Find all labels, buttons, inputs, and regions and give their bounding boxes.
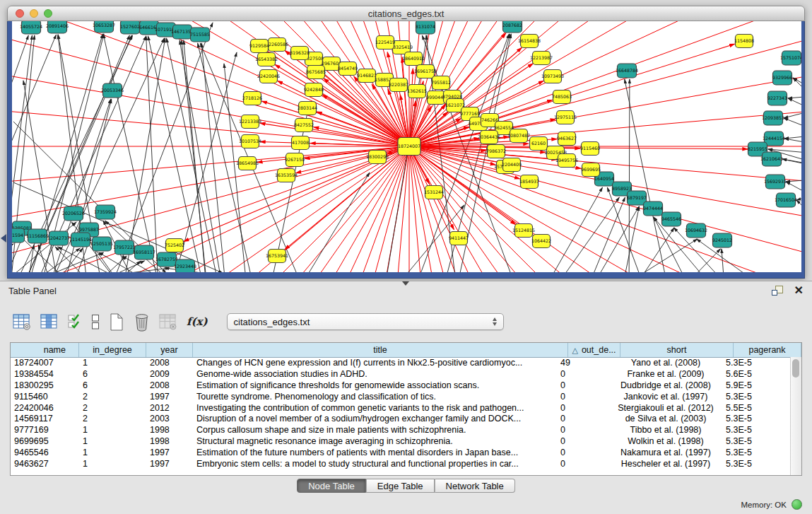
table-cell[interactable]: 6: [79, 369, 146, 379]
table-row[interactable]: 977716911998Corpus callosum shape and si…: [11, 424, 790, 436]
table-cell[interactable]: 5.3E-5: [722, 414, 790, 424]
table-cell[interactable]: 5.3E-5: [722, 448, 790, 457]
minimize-window-button[interactable]: [30, 9, 38, 18]
table-cell[interactable]: 5.6E-5: [722, 369, 790, 379]
column-visibility-icon[interactable]: [40, 313, 59, 330]
table-cell[interactable]: 18300295: [11, 380, 79, 390]
close-window-button[interactable]: [16, 9, 24, 18]
table-cell[interactable]: 1997: [146, 448, 193, 457]
table-cell[interactable]: 5.3E-5: [722, 425, 790, 435]
table-cell[interactable]: 1: [79, 448, 146, 457]
table-cell[interactable]: Structural magnetic resonance image aver…: [193, 436, 557, 446]
column-header-in_degree[interactable]: in_degree: [79, 343, 146, 357]
table-row[interactable]: 969969511998Structural magnetic resonanc…: [11, 436, 790, 447]
table-cell[interactable]: Dudbridge et al. (2008): [609, 380, 722, 390]
table-cell[interactable]: 2003: [146, 414, 193, 424]
column-header-year[interactable]: year: [146, 343, 193, 357]
table-cell[interactable]: 0: [557, 414, 609, 424]
column-header-pagerank[interactable]: pagerank: [734, 343, 801, 357]
table-cell[interactable]: 0: [557, 448, 609, 457]
zoom-window-button[interactable]: [44, 9, 52, 18]
table-cell[interactable]: Yano et al. (2008): [609, 358, 722, 368]
column-header-name[interactable]: name: [11, 343, 79, 357]
tab-network-table[interactable]: Network Table: [435, 479, 515, 493]
table-cell[interactable]: 1998: [146, 425, 193, 435]
table-cell[interactable]: 0: [557, 380, 609, 390]
table-row[interactable]: 1938455462009Genome-wide association stu…: [11, 368, 790, 380]
table-cell[interactable]: 2: [79, 403, 146, 413]
table-cell[interactable]: 14569117: [11, 414, 79, 424]
new-file-icon[interactable]: [109, 313, 124, 332]
table-row[interactable]: 1872400712008Changes of HCN gene express…: [11, 357, 790, 368]
table-cell[interactable]: 9115460: [11, 392, 79, 402]
table-cell[interactable]: 5.3E-5: [722, 392, 790, 402]
table-cell[interactable]: Hescheler et al. (1997): [609, 459, 722, 469]
table-cell[interactable]: 0: [557, 403, 609, 413]
table-cell[interactable]: 9699695: [11, 436, 79, 446]
column-header-out_de[interactable]: △out_de...: [568, 343, 620, 357]
table-cell[interactable]: Jankovic et al. (1997): [609, 392, 722, 402]
table-cell[interactable]: 0: [557, 425, 609, 435]
tab-edge-table[interactable]: Edge Table: [366, 479, 435, 493]
tab-node-table[interactable]: Node Table: [297, 479, 366, 493]
table-cell[interactable]: 18724007: [11, 358, 79, 368]
table-cell[interactable]: Nakamura et al. (1997): [609, 448, 722, 457]
table-row[interactable]: 911546021997Tourette syndrome. Phenomeno…: [11, 391, 790, 402]
delete-icon[interactable]: [134, 313, 150, 332]
column-header-title[interactable]: title: [193, 343, 568, 357]
table-cell[interactable]: 2012: [146, 403, 193, 413]
network-canvas[interactable]: 1405572420891406106532871527602646616110…: [12, 21, 801, 272]
window-titlebar[interactable]: citations_edges.txt: [7, 6, 805, 21]
table-cell[interactable]: 1997: [146, 459, 193, 469]
memory-ok-indicator[interactable]: [792, 499, 802, 510]
table-scrollbar[interactable]: [790, 357, 801, 475]
table-cell[interactable]: Franke et al. (2009): [609, 369, 722, 379]
table-cell[interactable]: Changes of HCN gene expression and I(f) …: [193, 358, 557, 368]
table-cell[interactable]: 0: [557, 369, 609, 379]
table-cell[interactable]: 5.5E-5: [722, 403, 790, 413]
table-cell[interactable]: 22420046: [11, 403, 79, 413]
table-cell[interactable]: 5.9E-5: [722, 380, 790, 390]
table-row[interactable]: 2242004622012Investigating the contribut…: [11, 402, 790, 414]
table-cell[interactable]: 5.3E-5: [722, 358, 790, 368]
table-settings-icon[interactable]: [13, 313, 31, 330]
table-cell[interactable]: 0: [557, 392, 609, 402]
table-cell[interactable]: 1998: [146, 436, 193, 446]
table-cell[interactable]: 2: [79, 414, 146, 424]
table-cell[interactable]: 1: [79, 459, 146, 469]
table-cell[interactable]: Genome-wide association studies in ADHD.: [193, 369, 557, 379]
table-cell[interactable]: 5.3E-5: [722, 459, 790, 469]
panel-resize-handle-icon[interactable]: [402, 281, 409, 289]
table-cell[interactable]: 0: [557, 436, 609, 446]
table-cell[interactable]: 9777169: [11, 425, 79, 435]
collapse-left-arrow-icon[interactable]: [1, 234, 6, 243]
table-cell[interactable]: Tibbo et al. (1998): [609, 425, 722, 435]
table-cell[interactable]: 0: [557, 459, 609, 469]
table-cell[interactable]: 5.3E-5: [722, 436, 790, 446]
table-row[interactable]: 1830029562008Estimation of significance …: [11, 380, 790, 391]
table-cell[interactable]: Estimation of the future numbers of pati…: [193, 448, 557, 457]
table-cell[interactable]: 1: [79, 358, 146, 368]
close-panel-icon[interactable]: ✕: [794, 286, 804, 296]
table-row[interactable]: 946362711997Embryonic stem cells: a mode…: [11, 458, 790, 469]
float-panel-icon[interactable]: [772, 286, 783, 296]
table-cell[interactable]: 1: [79, 436, 146, 446]
deselect-icon[interactable]: [91, 313, 100, 331]
table-cell[interactable]: 9463627: [11, 459, 79, 469]
table-cell[interactable]: Tourette syndrome. Phenomenology and cla…: [193, 392, 557, 402]
table-cell[interactable]: Stergiakouli et al. (2012): [609, 403, 722, 413]
table-cell[interactable]: 2008: [146, 358, 193, 368]
table-cell[interactable]: Estimation of significance thresholds fo…: [193, 380, 557, 390]
table-cell[interactable]: Disruption of a novel member of a sodium…: [193, 414, 557, 424]
table-cell[interactable]: 6: [79, 380, 146, 390]
table-cell[interactable]: 19384554: [11, 369, 79, 379]
function-builder-icon[interactable]: f(x): [187, 315, 208, 328]
table-cell[interactable]: 2009: [146, 369, 193, 379]
table-cell[interactable]: 2008: [146, 380, 193, 390]
table-row[interactable]: 1456911722003Disruption of a novel membe…: [11, 413, 790, 424]
table-cell[interactable]: 49: [557, 358, 609, 368]
table-row[interactable]: 946554611997Estimation of the future num…: [11, 447, 790, 458]
table-cell[interactable]: Wolkin et al. (1998): [609, 436, 722, 446]
table-cell[interactable]: Corpus callosum shape and size in male p…: [193, 425, 557, 435]
column-header-short[interactable]: short: [620, 343, 734, 357]
